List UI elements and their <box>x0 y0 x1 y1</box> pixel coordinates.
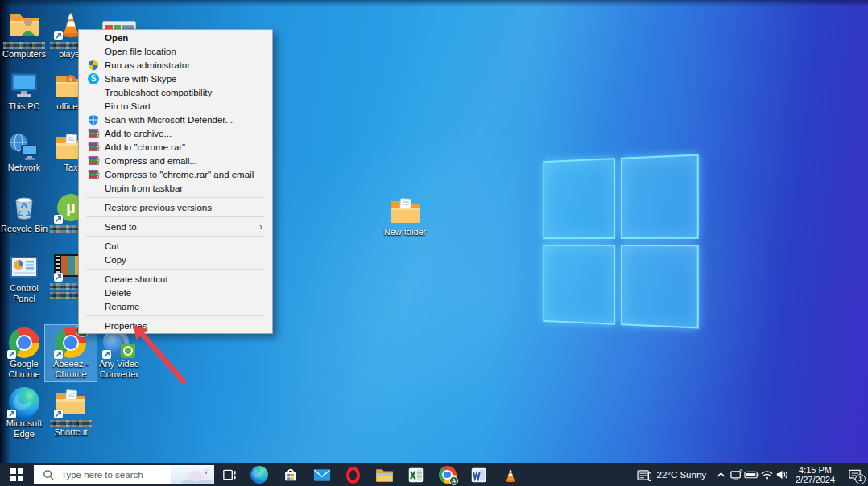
desktop-icon-network[interactable]: Network <box>0 129 50 175</box>
chevron-up-icon <box>717 472 725 478</box>
taskbar-pinned-vlc[interactable] <box>494 463 526 486</box>
task-view-button[interactable] <box>214 463 243 486</box>
shortcut-arrow-icon <box>54 350 63 359</box>
menu-item-compress-and-email[interactable]: Compress and email... <box>79 154 272 167</box>
menu-item-add-to-archive[interactable]: Add to archive... <box>79 126 272 140</box>
menu-item-delete[interactable]: Delete <box>79 286 272 299</box>
taskbar-search-box[interactable] <box>34 465 214 484</box>
menu-item-label: Unpin from taskbar <box>105 183 183 193</box>
network-icon <box>7 130 41 163</box>
menu-item-send-to[interactable]: Send to› <box>79 220 272 233</box>
desktop-icon-recycle-bin[interactable]: Recycle Bin <box>0 190 50 237</box>
menu-item-open-file-location[interactable]: Open file location <box>79 44 272 58</box>
windows-desktop-screen: ComputersplayerThis PCoffice 2NetworkTax… <box>0 0 868 486</box>
submenu-chevron-icon: › <box>259 221 262 233</box>
shortcut-arrow-icon <box>7 350 16 359</box>
menu-item-add-to-chrome-rar[interactable]: Add to "chrome.rar" <box>79 140 272 154</box>
menu-item-label: Open file location <box>105 47 176 56</box>
taskbar-pinned-excel[interactable] <box>400 463 432 486</box>
new-folder-icon <box>388 195 422 227</box>
hidden-icons-chevron[interactable] <box>713 463 729 486</box>
desktop-icon-control-panel[interactable]: ControlPanel <box>0 249 50 306</box>
uac-shield-icon <box>84 60 103 71</box>
shortcut-arrow-icon <box>102 350 111 359</box>
windows-logo-pane <box>543 158 614 238</box>
recycle-bin-icon <box>7 192 41 224</box>
menu-item-label: Restore previous versions <box>105 203 212 212</box>
clock-time: 4:15 PM <box>796 465 835 476</box>
taskbar-pinned-opera[interactable] <box>337 463 369 486</box>
taskbar-pinned-explorer[interactable] <box>369 463 400 486</box>
menu-separator <box>86 315 265 316</box>
tray-device-button[interactable] <box>729 463 744 486</box>
menu-item-pin-to-start[interactable]: Pin to Start <box>79 99 272 113</box>
wallpaper-windows-logo <box>543 154 699 328</box>
menu-item-cut[interactable]: Cut <box>79 239 272 253</box>
shortcut-folder-icon <box>54 386 88 418</box>
desktop-icon-new-folder[interactable]: New folder <box>379 193 431 240</box>
context-menu: OpenOpen file locationRun as administrat… <box>78 29 273 334</box>
battery-button[interactable] <box>744 463 759 486</box>
news-weather-icon <box>637 469 652 481</box>
annotation-arrow-to-properties <box>119 319 200 391</box>
desktop-icon-computers[interactable]: Computers <box>0 6 50 62</box>
menu-item-restore-previous-versions[interactable]: Restore previous versions <box>79 200 272 214</box>
taskbar-pinned-edge[interactable] <box>243 463 275 486</box>
volume-button[interactable] <box>775 463 790 486</box>
menu-item-rename[interactable]: Rename <box>79 299 272 313</box>
desktop-icon-label: This PC <box>8 102 39 112</box>
winrar-icon <box>84 127 103 139</box>
polar-bear-icon <box>176 467 218 484</box>
desktop-icon-label: Abeeez - <box>53 360 89 369</box>
weather-widget[interactable]: 22°C Sunny <box>630 463 714 486</box>
menu-item-label: Copy <box>105 255 126 265</box>
taskbar-pinned-store[interactable] <box>275 463 306 486</box>
menu-item-compress-to-chrome-rar-and-email[interactable]: Compress to "chrome.rar" and email <box>79 167 272 181</box>
menu-item-label: Scan with Microsoft Defender... <box>105 115 233 125</box>
clock-date: 2/27/2024 <box>796 475 835 485</box>
menu-item-label: Compress to "chrome.rar" and email <box>105 170 254 179</box>
desktop-icon-label: Chrome <box>55 370 86 380</box>
menu-item-label: Troubleshoot compatibility <box>105 88 212 97</box>
taskbar-pinned-mail[interactable] <box>306 463 337 486</box>
search-highlight-bear-image[interactable] <box>171 465 214 484</box>
menu-item-copy[interactable]: Copy <box>79 253 272 266</box>
shortcut-arrow-icon <box>54 410 63 418</box>
battery-icon <box>744 470 759 480</box>
menu-item-label: Delete <box>105 288 131 298</box>
menu-item-share-with-skype[interactable]: SShare with Skype <box>79 72 272 85</box>
taskbar-pinned-word[interactable] <box>463 463 494 486</box>
shortcut-arrow-icon <box>54 273 63 282</box>
shortcut-arrow-icon <box>7 410 16 418</box>
menu-item-create-shortcut[interactable]: Create shortcut <box>79 272 272 286</box>
menu-item-label: Open <box>105 33 128 43</box>
desktop-icon-label: Edge <box>14 430 35 439</box>
menu-item-open[interactable]: Open <box>79 31 272 44</box>
desktop-icon-label: Network <box>8 163 40 173</box>
menu-item-unpin-from-taskbar[interactable]: Unpin from taskbar <box>79 181 272 195</box>
menu-item-run-as-administrator[interactable]: Run as administrator <box>79 58 272 72</box>
task-view-icon <box>221 468 237 481</box>
clock[interactable]: 4:15 PM 2/27/2024 <box>790 465 841 485</box>
desktop-icon-google-chrome[interactable]: GoogleChrome <box>0 325 50 381</box>
desktop-icon-label: Microsoft <box>6 419 43 429</box>
start-button[interactable] <box>0 463 34 486</box>
wifi-button[interactable] <box>759 463 775 486</box>
desktop-icon-label: Computers <box>2 50 46 60</box>
menu-separator <box>86 197 265 198</box>
desktop-icon-this-pc[interactable]: This PC <box>0 68 50 114</box>
desktop-icon-label: Tax <box>64 163 77 173</box>
windows-logo-pane <box>620 245 698 329</box>
action-center-button[interactable]: 1 <box>841 463 868 486</box>
menu-item-scan-with-microsoft-defender[interactable]: Scan with Microsoft Defender... <box>79 113 272 126</box>
desktop-icon-shortcut-folder[interactable]: Shortcut <box>45 385 97 440</box>
menu-item-label: Run as administrator <box>105 60 190 70</box>
device-monitor-icon <box>730 468 743 481</box>
menu-separator <box>86 236 265 237</box>
censored-label <box>3 42 45 49</box>
taskbar-pinned-chrome[interactable]: A <box>432 463 463 486</box>
menu-item-label: Pin to Start <box>105 101 151 111</box>
control-panel-icon <box>7 251 41 283</box>
menu-item-troubleshoot-compatibility[interactable]: Troubleshoot compatibility <box>79 85 272 99</box>
desktop-icon-microsoft-edge[interactable]: MicrosoftEdge <box>0 385 50 441</box>
